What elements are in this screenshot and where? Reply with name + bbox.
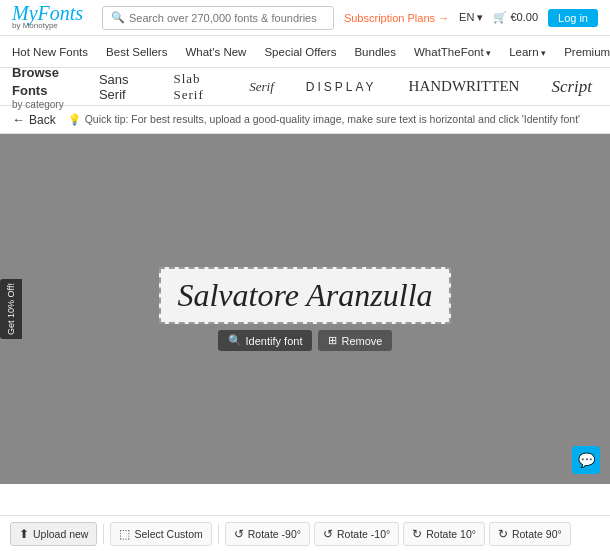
search-icon: 🔍 <box>111 11 125 24</box>
side-promo-button[interactable]: Get 10% Off! <box>0 279 22 339</box>
remove-button[interactable]: ⊞ Remove <box>318 330 392 351</box>
login-button[interactable]: Log in <box>548 9 598 27</box>
browse-bar: Browse Fonts by category Sans Serif Slab… <box>0 68 610 106</box>
nav-bundles[interactable]: Bundles <box>354 40 396 64</box>
main-nav: Hot New Fonts Best Sellers What's New Sp… <box>0 36 610 68</box>
search-bar[interactable]: 🔍 <box>102 6 334 30</box>
back-bar: ← Back 💡Quick tip: For best results, upl… <box>0 106 610 134</box>
category-script[interactable]: Script <box>545 73 598 101</box>
category-display[interactable]: DISPLAY <box>300 76 383 98</box>
action-buttons: 🔍 Identify font ⊞ Remove <box>218 330 393 351</box>
category-sans-serif[interactable]: Sans Serif <box>93 68 148 106</box>
nav-best-sellers[interactable]: Best Sellers <box>106 40 167 64</box>
category-serif[interactable]: Serif <box>243 75 280 99</box>
toolbar-divider-1 <box>103 524 104 544</box>
bottom-toolbar: ⬆ Upload new ⬚ Select Custom ↺ Rotate -9… <box>0 515 610 551</box>
rotate-neg10-button[interactable]: ↺ Rotate -10° <box>314 522 399 546</box>
upload-icon: ⬆ <box>19 527 29 541</box>
browse-fonts-title: Browse Fonts <box>12 65 59 98</box>
canvas-area: Get 10% Off! Salvatore Aranzulla 🔍 Ident… <box>0 134 610 484</box>
tip-icon: 💡 <box>68 113 81 125</box>
subscription-link[interactable]: Subscription Plans → <box>344 12 449 24</box>
nav-whats-new[interactable]: What's New <box>185 40 246 64</box>
rotate-neg90-button[interactable]: ↺ Rotate -90° <box>225 522 310 546</box>
cart-button[interactable]: 🛒 €0.00 <box>493 11 538 24</box>
logo: MyFonts by Monotype <box>12 6 92 30</box>
nav-hot-new-fonts[interactable]: Hot New Fonts <box>12 40 88 64</box>
browse-subtitle: by category <box>12 99 73 110</box>
select-custom-icon: ⬚ <box>119 527 130 541</box>
identify-icon: 🔍 <box>228 334 242 347</box>
selected-text: Salvatore Aranzulla <box>177 277 432 313</box>
header: MyFonts by Monotype 🔍 Subscription Plans… <box>0 0 610 36</box>
select-custom-button[interactable]: ⬚ Select Custom <box>110 522 211 546</box>
upload-new-button[interactable]: ⬆ Upload new <box>10 522 97 546</box>
nav-special-offers[interactable]: Special Offers <box>264 40 336 64</box>
back-arrow-icon: ← <box>12 112 25 127</box>
rotate-pos10-icon: ↻ <box>412 527 422 541</box>
category-slab-serif[interactable]: Slab Serif <box>167 67 223 107</box>
search-input[interactable] <box>129 12 325 24</box>
back-label: Back <box>29 113 56 127</box>
quick-tip: 💡Quick tip: For best results, upload a g… <box>68 113 598 126</box>
text-selection-area: Salvatore Aranzulla 🔍 Identify font ⊞ Re… <box>159 267 450 351</box>
header-right: EN ▾ 🛒 €0.00 Log in <box>459 9 598 27</box>
chat-symbol: 💬 <box>578 452 595 468</box>
chat-icon[interactable]: 💬 <box>572 446 600 474</box>
category-handwritten[interactable]: HANDWRITTEN <box>403 74 526 99</box>
rotate-pos90-button[interactable]: ↻ Rotate 90° <box>489 522 571 546</box>
rotate-pos90-icon: ↻ <box>498 527 508 541</box>
browse-title-block: Browse Fonts by category <box>12 63 73 110</box>
nav-premium-collections[interactable]: Premium Collections <box>564 40 610 64</box>
remove-icon: ⊞ <box>328 334 337 347</box>
lang-selector[interactable]: EN ▾ <box>459 11 483 24</box>
rotate-neg10-icon: ↺ <box>323 527 333 541</box>
nav-learn[interactable]: Learn <box>509 40 546 64</box>
selected-text-box[interactable]: Salvatore Aranzulla <box>159 267 450 324</box>
identify-font-button[interactable]: 🔍 Identify font <box>218 330 313 351</box>
toolbar-divider-2 <box>218 524 219 544</box>
back-button[interactable]: ← Back <box>12 112 56 127</box>
rotate-neg90-icon: ↺ <box>234 527 244 541</box>
rotate-pos10-button[interactable]: ↻ Rotate 10° <box>403 522 485 546</box>
nav-whatthefont[interactable]: WhatTheFont <box>414 40 491 64</box>
